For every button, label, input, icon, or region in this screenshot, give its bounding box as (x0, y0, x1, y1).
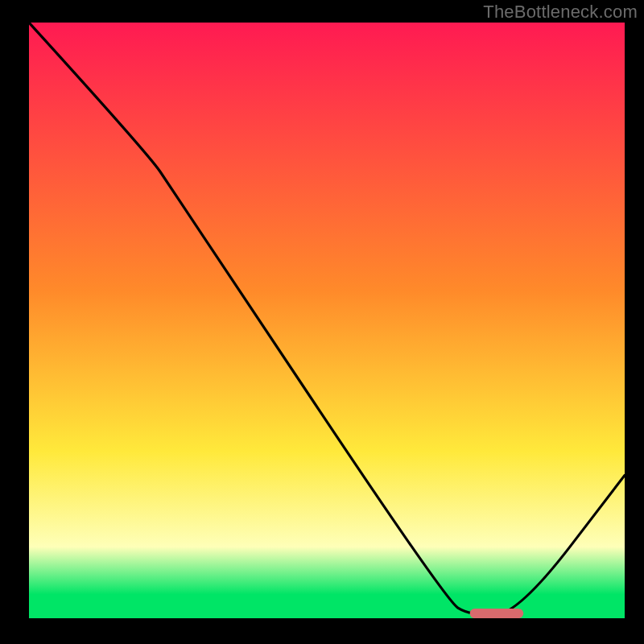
chart-frame: { "watermark": "TheBottleneck.com", "col… (0, 0, 644, 644)
optimal-range-marker (470, 609, 524, 618)
bottleneck-chart (0, 0, 644, 644)
watermark-text: TheBottleneck.com (483, 2, 638, 23)
gradient-background (29, 23, 625, 618)
